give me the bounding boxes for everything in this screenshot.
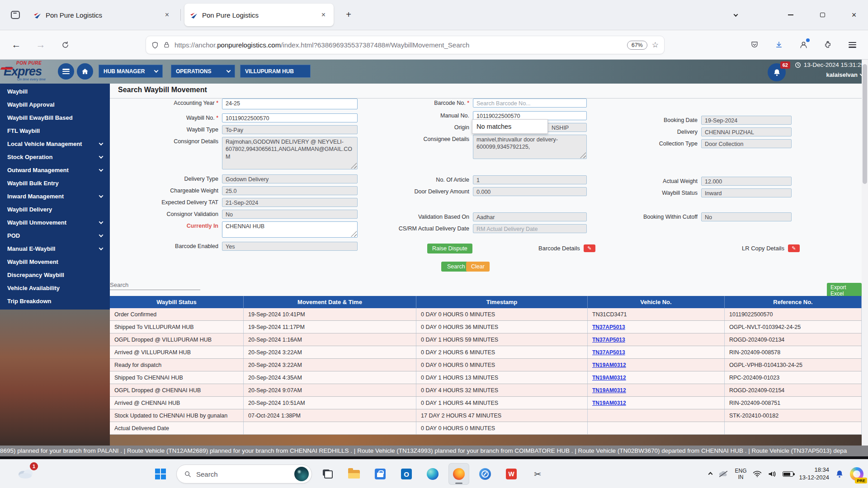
field-input-consignor_details[interactable]: Rajmohan,GODOWN DELIVERY @ NEYVELI-60780… bbox=[222, 137, 358, 169]
department-dropdown[interactable]: OPERATIONS bbox=[171, 65, 235, 78]
url-bar[interactable]: https://anchor.ponpurelogistics.com/inde… bbox=[146, 36, 665, 54]
clear-button[interactable]: Clear bbox=[466, 262, 490, 272]
file-explorer-icon[interactable] bbox=[344, 463, 364, 485]
tray-chevron-up-icon[interactable] bbox=[709, 473, 712, 476]
edge-icon[interactable] bbox=[422, 463, 443, 485]
volume-icon[interactable] bbox=[768, 470, 777, 478]
browser-compass-icon[interactable] bbox=[475, 463, 495, 485]
language-indicator[interactable]: ENGIN bbox=[735, 468, 746, 481]
sidebar-item-outward-management[interactable]: Outward Management bbox=[0, 164, 110, 177]
table-filter-input[interactable]: Search bbox=[110, 282, 200, 290]
menu-icon[interactable] bbox=[844, 37, 861, 53]
sidebar-item-waybill-ewaybill-based[interactable]: Waybill EwayBill Based bbox=[0, 111, 110, 124]
field-input-door_delivery_amount[interactable]: 0.000 bbox=[473, 187, 587, 196]
field-input-booking_date[interactable]: 19-Sep-2024 bbox=[701, 116, 792, 125]
field-input-validation_based_on[interactable]: Aadhar bbox=[473, 212, 587, 221]
sidebar-item-manual-e-waybill[interactable]: Manual E-Waybill bbox=[0, 242, 110, 255]
sidebar-item-vehicle-availability[interactable]: Vehicle Availability bbox=[0, 282, 110, 295]
vehicle-link[interactable]: TN37AP5013 bbox=[592, 349, 625, 356]
wifi-icon[interactable] bbox=[753, 470, 762, 478]
shield-icon[interactable] bbox=[151, 42, 159, 49]
sidebar-item-waybill-bulk-entry[interactable]: Waybill Bulk Entry bbox=[0, 177, 110, 190]
vehicle-link[interactable]: TN19AM0312 bbox=[592, 362, 626, 368]
search-highlight-image[interactable] bbox=[294, 467, 309, 481]
window-maximize-button[interactable] bbox=[813, 7, 832, 23]
barcode-details-edit-icon[interactable]: ✎ bbox=[584, 244, 595, 252]
snipping-tool-icon[interactable]: ✂ bbox=[527, 463, 548, 485]
lock-icon[interactable] bbox=[163, 42, 170, 48]
field-input-collection_type[interactable]: Door Collection bbox=[701, 139, 792, 148]
field-input-consignee_details[interactable]: manivel,thiruvallur door delivery-600099… bbox=[473, 135, 587, 159]
firefox-icon[interactable] bbox=[448, 463, 469, 485]
taskbar-search[interactable]: Search bbox=[176, 465, 312, 483]
list-all-tabs-icon[interactable] bbox=[726, 7, 745, 23]
field-input-csrm_actual_delivery_date[interactable]: RM Actual Delivery Date bbox=[473, 224, 587, 233]
sidebar-item-waybill[interactable]: Waybill bbox=[0, 85, 110, 98]
field-input-expected_delivery_tat[interactable]: 21-Sep-2024 bbox=[222, 198, 358, 207]
start-button[interactable] bbox=[150, 463, 171, 485]
user-menu[interactable]: kalaiselvan bbox=[826, 71, 863, 78]
taskbar-clock[interactable]: 18:3413-12-2024 bbox=[799, 466, 830, 482]
field-input-delivery[interactable]: CHENNAI PUZHAL bbox=[701, 127, 792, 136]
browser-scrollbar[interactable] bbox=[862, 60, 868, 456]
tab-close-icon[interactable]: × bbox=[162, 10, 172, 20]
field-input-actual_weight[interactable]: 12.000 bbox=[701, 177, 792, 186]
vehicle-link[interactable]: TN37AP5013 bbox=[592, 324, 625, 330]
lr-copy-details-edit-icon[interactable]: ✎ bbox=[788, 244, 800, 252]
vehicle-link[interactable]: TN19AM0312 bbox=[592, 400, 626, 406]
vehicle-link[interactable]: TN37AP5013 bbox=[592, 337, 625, 343]
reload-icon[interactable] bbox=[57, 37, 73, 53]
home-icon[interactable] bbox=[77, 63, 93, 80]
sidebar-item-ftl-waybill[interactable]: FTL Waybill bbox=[0, 124, 110, 137]
hamburger-menu-icon[interactable] bbox=[58, 63, 74, 80]
battery-icon[interactable] bbox=[783, 471, 793, 477]
pocket-icon[interactable] bbox=[746, 37, 763, 53]
sidebar-item-waybill-delivery[interactable]: Waybill Delivery bbox=[0, 203, 110, 216]
textarea-resize-handle[interactable] bbox=[580, 152, 586, 158]
weather-widget-icon[interactable]: 1 bbox=[16, 465, 36, 483]
sidebar-item-discrepancy-waybill[interactable]: Discrepancy Waybill bbox=[0, 268, 110, 282]
field-input-waybill_no[interactable]: 10119022500570 bbox=[222, 113, 358, 122]
new-tab-button[interactable]: + bbox=[341, 7, 356, 22]
sidebar-item-trip-breakdown[interactable]: Trip Breakdown bbox=[0, 295, 110, 308]
field-input-delivery_type[interactable]: Godown Delivery bbox=[222, 174, 358, 183]
browser-tab-active[interactable]: Pon Pure Logistics × bbox=[184, 4, 334, 26]
download-icon[interactable] bbox=[770, 37, 788, 53]
outlook-icon[interactable]: O bbox=[396, 463, 417, 485]
notifications-bell-icon[interactable]: 62 bbox=[768, 63, 786, 81]
hub-selector[interactable]: VILLUPURAM HUB bbox=[240, 65, 311, 78]
forward-icon[interactable]: → bbox=[33, 37, 49, 53]
window-minimize-button[interactable] bbox=[781, 7, 800, 23]
bookmark-star-icon[interactable]: ☆ bbox=[652, 40, 659, 50]
field-input-waybill_status_field[interactable]: Inward bbox=[701, 188, 792, 197]
sidebar-item-pod[interactable]: POD bbox=[0, 229, 110, 242]
onedrive-offline-icon[interactable] bbox=[718, 470, 729, 478]
pon-pure-logo[interactable]: PON PURE Expres On time every time bbox=[4, 61, 58, 81]
sidebar-item-waybill-approval[interactable]: Waybill Approval bbox=[0, 98, 110, 111]
wps-office-icon[interactable]: W bbox=[501, 463, 522, 485]
field-input-barcode_no[interactable]: Search Barcode No... bbox=[473, 99, 587, 108]
account-icon[interactable] bbox=[795, 37, 812, 53]
raise-dispute-button[interactable]: Raise Dispute bbox=[427, 244, 472, 253]
notification-center-bell-icon[interactable] bbox=[835, 469, 844, 479]
firefox-view-icon[interactable] bbox=[8, 8, 23, 22]
tab-close-icon[interactable]: × bbox=[319, 10, 328, 20]
sidebar-item-inward-management[interactable]: Inward Management bbox=[0, 190, 110, 203]
sidebar-item-stock-operation[interactable]: Stock Operation bbox=[0, 150, 110, 164]
vehicle-link[interactable]: TN19AM0312 bbox=[592, 375, 626, 381]
role-dropdown[interactable]: HUB MANAGER bbox=[99, 65, 163, 78]
field-input-chargeable_weight[interactable]: 25.0 bbox=[222, 186, 358, 195]
field-input-barcode_enabled[interactable]: Yes bbox=[222, 242, 358, 251]
url-text[interactable]: https://anchor.ponpurelogistics.com/inde… bbox=[175, 41, 623, 49]
scrollbar-thumb[interactable] bbox=[863, 64, 867, 184]
field-input-accounting_year[interactable]: 24-25 bbox=[222, 99, 358, 109]
task-view-icon[interactable] bbox=[317, 463, 338, 485]
field-input-currently_in[interactable]: CHENNAI HUB bbox=[222, 221, 358, 238]
sidebar-item-waybill-movement[interactable]: Waybill Movement bbox=[0, 255, 110, 268]
zoom-level-badge[interactable]: 67% bbox=[627, 41, 647, 50]
field-input-manual_no[interactable]: 10119022500570 bbox=[473, 111, 587, 120]
field-input-waybill_type[interactable]: To-Pay bbox=[222, 125, 358, 134]
sidebar-item-local-vehicle-management[interactable]: Local Vehicle Management bbox=[0, 137, 110, 150]
sidebar-item-waybill-unmovement[interactable]: Waybill Unmovement bbox=[0, 216, 110, 229]
window-close-button[interactable]: × bbox=[844, 7, 863, 23]
